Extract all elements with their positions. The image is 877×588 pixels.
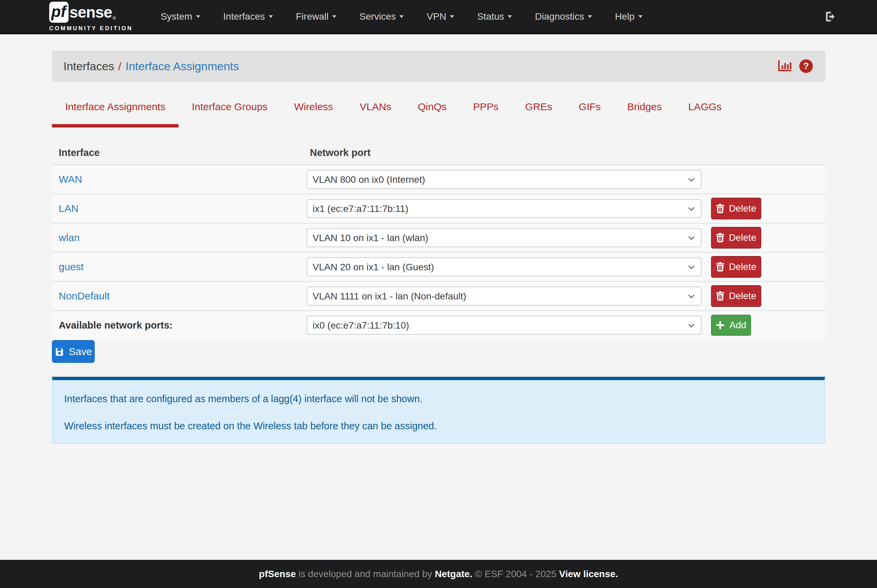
interface-link-wan[interactable]: WAN (59, 174, 82, 185)
delete-button-nondefault[interactable]: Delete (711, 285, 761, 307)
table-row-wan: WAN VLAN 800 on ix0 (Internet) (52, 165, 825, 194)
breadcrumb-panel: Interfaces/Interface Assignments ? (52, 51, 825, 81)
network-port-select-wrap: VLAN 1111 on ix1 - lan (Non-default) (307, 286, 701, 306)
caret-down-icon (638, 15, 642, 18)
column-header-network-port: Network port (307, 147, 707, 158)
interface-link-nondefault[interactable]: NonDefault (59, 290, 110, 302)
delete-button-lan[interactable]: Delete (711, 198, 761, 219)
help-button[interactable]: ? (799, 59, 813, 73)
tab-laggs[interactable]: LAGGs (675, 81, 735, 128)
menu-firewall[interactable]: Firewall (284, 11, 348, 22)
network-port-select-wrap: VLAN 10 on ix1 - lan (wlan) (307, 228, 701, 247)
table-row-lan: LAN ix1 (ec:e7:a7:11:7b:11) Delete (52, 194, 825, 223)
table-row-available-ports: Available network ports: ix0 (ec:e7:a7:1… (52, 310, 825, 339)
info-line-lagg: Interfaces that are configured as member… (64, 392, 813, 405)
status-graph-button[interactable] (778, 60, 792, 73)
save-button[interactable]: Save (52, 340, 95, 363)
trash-icon (716, 204, 724, 213)
breadcrumb-page-link[interactable]: Interface Assignments (126, 60, 239, 73)
footer-view-license-link[interactable]: View license. (559, 568, 618, 579)
footer-pfsense-link[interactable]: pfSense (259, 568, 296, 579)
main-menu: System Interfaces Firewall Services VPN … (149, 11, 654, 22)
info-box: Interfaces that are configured as member… (52, 377, 825, 444)
footer-netgate-link[interactable]: Netgate. (435, 568, 472, 579)
menu-diagnostics[interactable]: Diagnostics (523, 11, 603, 22)
caret-down-icon (508, 15, 512, 18)
top-navbar: pf sense ® COMMUNITY EDITION System Inte… (0, 0, 877, 34)
caret-down-icon (269, 15, 273, 18)
pfsense-logo-sense: sense (69, 3, 112, 21)
network-port-select-wrap: ix0 (ec:e7:a7:11:7b:10) (307, 316, 701, 335)
bar-chart-icon (778, 60, 792, 73)
network-port-select-wrap: VLAN 20 on ix1 - lan (Guest) (307, 257, 701, 276)
plus-icon (716, 321, 725, 330)
table-header-row: Interface Network port (52, 128, 825, 165)
caret-down-icon (588, 15, 592, 18)
logout-button[interactable] (824, 10, 836, 23)
network-port-select-nondefault[interactable]: VLAN 1111 on ix1 - lan (Non-default) (307, 286, 701, 306)
delete-button-wlan[interactable]: Delete (711, 227, 761, 249)
tab-gres[interactable]: GREs (512, 81, 566, 128)
interface-link-wlan[interactable]: wlan (59, 232, 80, 243)
network-port-select-wlan[interactable]: VLAN 10 on ix1 - lan (wlan) (307, 228, 701, 247)
menu-status[interactable]: Status (466, 11, 523, 22)
community-edition-label: COMMUNITY EDITION (49, 25, 133, 32)
network-port-select-wrap: VLAN 800 on ix0 (Internet) (307, 170, 701, 189)
delete-button-guest[interactable]: Delete (711, 256, 761, 278)
available-network-port-select[interactable]: ix0 (ec:e7:a7:11:7b:10) (307, 316, 701, 335)
save-icon (55, 347, 64, 356)
breadcrumb-actions: ? (778, 59, 813, 73)
table-row-nondefault: NonDefault VLAN 1111 on ix1 - lan (Non-d… (52, 281, 825, 310)
menu-interfaces[interactable]: Interfaces (212, 11, 284, 22)
pfsense-logo-wordmark: pf sense ® (49, 2, 133, 23)
pfsense-logo[interactable]: pf sense ® COMMUNITY EDITION (49, 2, 133, 32)
table-row-guest: guest VLAN 20 on ix1 - lan (Guest) Delet… (52, 252, 825, 281)
sign-out-icon (824, 10, 836, 23)
network-port-select-wrap: ix1 (ec:e7:a7:11:7b:11) (307, 199, 701, 218)
tab-interface-assignments[interactable]: Interface Assignments (52, 81, 179, 128)
footer-copyright: © ESF 2004 - 2025 (472, 568, 559, 579)
question-mark-icon: ? (803, 61, 809, 72)
page-footer: pfSense is developed and maintained by N… (0, 560, 877, 588)
caret-down-icon (196, 15, 200, 18)
tab-qinqs[interactable]: QinQs (405, 81, 460, 128)
column-header-interface: Interface (52, 147, 307, 158)
caret-down-icon (332, 15, 336, 18)
menu-services[interactable]: Services (348, 11, 415, 22)
caret-down-icon (450, 15, 454, 18)
tab-ppps[interactable]: PPPs (460, 81, 512, 128)
tab-gifs[interactable]: GIFs (566, 81, 614, 128)
network-port-select-guest[interactable]: VLAN 20 on ix1 - lan (Guest) (307, 257, 701, 276)
menu-system[interactable]: System (149, 11, 211, 22)
tab-bar: Interface Assignments Interface Groups W… (52, 81, 825, 128)
table-row-wlan: wlan VLAN 10 on ix1 - lan (wlan) Delete (52, 223, 825, 252)
registered-mark: ® (113, 16, 116, 21)
breadcrumb-section: Interfaces (63, 60, 114, 73)
menu-help[interactable]: Help (603, 11, 654, 22)
pfsense-logo-pf: pf (49, 2, 69, 23)
network-port-select-wan[interactable]: VLAN 800 on ix0 (Internet) (307, 170, 701, 189)
menu-vpn[interactable]: VPN (415, 11, 466, 22)
caret-down-icon (399, 15, 403, 18)
tab-wireless[interactable]: Wireless (281, 81, 346, 128)
trash-icon (716, 262, 724, 272)
tab-vlans[interactable]: VLANs (346, 81, 405, 128)
tab-interface-groups[interactable]: Interface Groups (179, 81, 281, 128)
network-port-select-lan[interactable]: ix1 (ec:e7:a7:11:7b:11) (307, 199, 701, 218)
footer-text: is developed and maintained by (296, 568, 435, 579)
tab-bridges[interactable]: Bridges (614, 81, 675, 128)
breadcrumb: Interfaces/Interface Assignments (63, 60, 239, 73)
trash-icon (716, 291, 724, 301)
interface-assignments-table: Interface Network port WAN VLAN 800 on i… (52, 128, 825, 339)
trash-icon (716, 233, 724, 243)
available-network-ports-label: Available network ports: (59, 320, 173, 331)
interface-link-guest[interactable]: guest (59, 261, 83, 272)
interface-link-lan[interactable]: LAN (59, 203, 78, 214)
breadcrumb-separator: / (118, 60, 121, 73)
info-line-wireless: Wireless interfaces must be created on t… (64, 420, 813, 432)
add-button[interactable]: Add (711, 315, 751, 336)
